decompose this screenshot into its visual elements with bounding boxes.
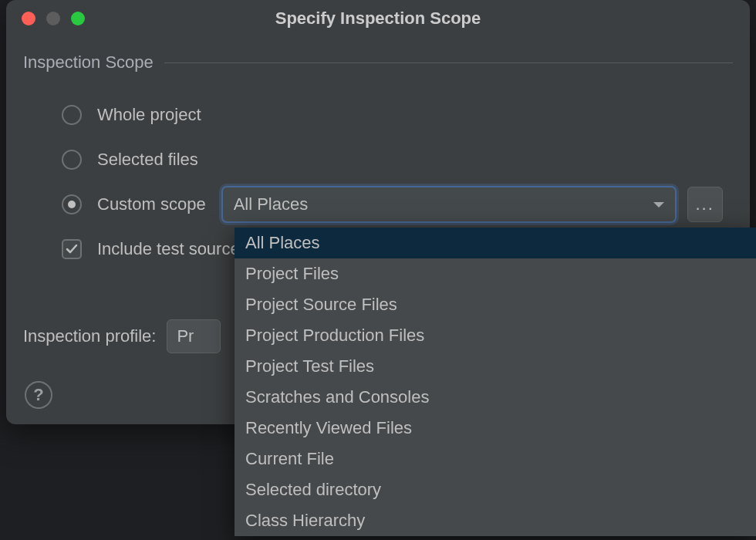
combobox-value: All Places bbox=[234, 194, 309, 214]
option-whole-project[interactable]: Whole project bbox=[23, 93, 733, 137]
dropdown-item[interactable]: Current File bbox=[235, 444, 756, 474]
option-label: Selected files bbox=[97, 150, 198, 170]
option-custom-scope[interactable]: Custom scope All Places ... bbox=[23, 182, 733, 227]
dropdown-item[interactable]: Project Production Files bbox=[235, 320, 756, 351]
section-title: Inspection Scope bbox=[23, 52, 154, 73]
radio-icon bbox=[62, 150, 82, 170]
dropdown-item[interactable]: Project Test Files bbox=[235, 351, 756, 382]
option-label: Whole project bbox=[97, 105, 201, 125]
maximize-window-button[interactable] bbox=[71, 12, 85, 25]
dropdown-item[interactable]: Class Hierarchy bbox=[235, 505, 756, 536]
radio-icon bbox=[62, 194, 82, 214]
option-label: Include test sources bbox=[97, 239, 248, 259]
checkbox-icon bbox=[62, 239, 82, 259]
section-divider bbox=[164, 62, 733, 63]
profile-label: Inspection profile: bbox=[23, 326, 156, 346]
dropdown-item[interactable]: Selected directory bbox=[235, 474, 756, 505]
scope-dropdown-list: All PlacesProject FilesProject Source Fi… bbox=[235, 228, 756, 536]
profile-value: Pr bbox=[177, 326, 194, 346]
dropdown-item[interactable]: All Places bbox=[235, 228, 756, 258]
dropdown-item[interactable]: Project Files bbox=[235, 258, 756, 289]
dialog-title: Specify Inspection Scope bbox=[22, 8, 734, 29]
close-window-button[interactable] bbox=[22, 12, 35, 25]
minimize-window-button[interactable] bbox=[46, 12, 60, 25]
help-icon: ? bbox=[33, 385, 43, 405]
dropdown-item[interactable]: Project Source Files bbox=[235, 289, 756, 320]
titlebar: Specify Inspection Scope bbox=[6, 0, 750, 37]
inspection-profile-combobox[interactable]: Pr bbox=[167, 319, 221, 353]
dropdown-item[interactable]: Recently Viewed Files bbox=[235, 413, 756, 444]
radio-icon bbox=[62, 105, 82, 125]
window-controls bbox=[22, 12, 85, 25]
custom-scope-combobox[interactable]: All Places bbox=[221, 186, 677, 223]
scope-select-row: All Places ... bbox=[221, 186, 733, 223]
option-selected-files[interactable]: Selected files bbox=[23, 137, 733, 182]
section-header: Inspection Scope bbox=[23, 52, 733, 73]
help-button[interactable]: ? bbox=[25, 381, 52, 409]
chevron-down-icon bbox=[653, 202, 664, 208]
option-label: Custom scope bbox=[97, 194, 206, 214]
scope-browse-button[interactable]: ... bbox=[687, 187, 723, 222]
dropdown-item[interactable]: Scratches and Consoles bbox=[235, 382, 756, 413]
ellipsis-icon: ... bbox=[695, 194, 714, 214]
